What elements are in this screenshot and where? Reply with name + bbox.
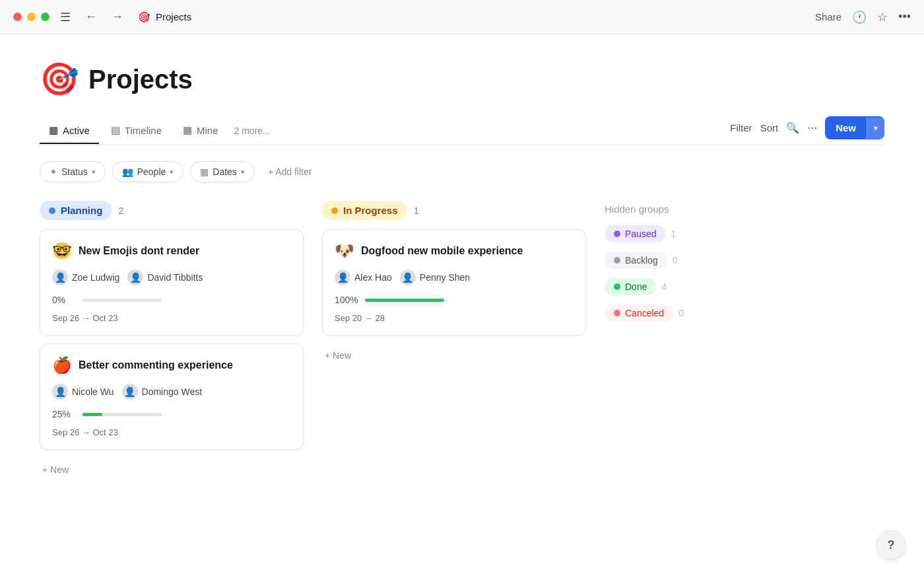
card-planning-2: 🍎 Better commenting experience 👤 Nicole … xyxy=(40,343,304,450)
backlog-label: Backlog xyxy=(625,255,658,266)
card3-title[interactable]: Dogfood new mobile experience xyxy=(361,245,523,257)
tabs-row: ▦ Active ▤ Timeline ▦ Mine 2 more... Fil… xyxy=(40,116,884,145)
dates-icon: ▦ xyxy=(200,166,209,177)
status-icon: ✦ xyxy=(50,166,57,177)
card1-progress-bar xyxy=(82,299,162,302)
people-chevron: ▾ xyxy=(170,168,174,176)
people-label: People xyxy=(137,166,166,177)
page-header: 🎯 Projects xyxy=(40,61,884,98)
history-icon[interactable]: 🕐 xyxy=(852,10,867,24)
people-icon: 👥 xyxy=(122,166,133,177)
tab-mine[interactable]: ▦ Mine xyxy=(174,118,228,144)
app-title-label: Projects xyxy=(156,11,191,22)
titlebar: ☰ ← → 🎯 Projects Share 🕐 ☆ ••• xyxy=(0,0,924,34)
card1-date-arrow: → xyxy=(82,313,93,323)
group-paused[interactable]: Paused 1 xyxy=(605,225,750,242)
card1-title[interactable]: New Emojis dont render xyxy=(79,245,199,257)
card3-progress-row: 100% xyxy=(335,295,574,305)
app-icon: 🎯 xyxy=(138,11,150,23)
card3-person1: 👤 Alex Hao xyxy=(335,270,392,285)
card3-date-end: 28 xyxy=(375,313,384,323)
inprogress-add-new[interactable]: + New xyxy=(322,343,354,367)
done-label: Done xyxy=(625,281,647,292)
planning-badge[interactable]: Planning xyxy=(40,201,112,220)
planning-add-new[interactable]: + New xyxy=(40,458,71,482)
status-chevron: ▾ xyxy=(92,168,96,176)
card3-emoji: 🐶 xyxy=(335,242,354,260)
tab-active[interactable]: ▦ Active xyxy=(40,118,99,144)
inprogress-dot xyxy=(331,207,338,214)
people-filter[interactable]: 👥 People ▾ xyxy=(112,161,184,182)
card1-dates: Sep 26 → Oct 23 xyxy=(52,313,291,323)
close-button[interactable] xyxy=(13,13,22,21)
backlog-dot xyxy=(614,257,620,264)
canceled-count: 0 xyxy=(678,308,684,318)
sort-button[interactable]: Sort xyxy=(760,122,779,133)
card1-title-row: 🤓 New Emojis dont render xyxy=(52,242,291,260)
card1-date-start: Sep 26 xyxy=(52,313,79,323)
card2-progress-row: 25% xyxy=(52,409,291,419)
fullscreen-button[interactable] xyxy=(41,13,50,21)
card3-progress-pct: 100% xyxy=(335,295,358,305)
card2-title-row: 🍎 Better commenting experience xyxy=(52,356,291,375)
dates-filter[interactable]: ▦ Dates ▾ xyxy=(190,161,255,182)
tabs-more-button[interactable]: 2 more... xyxy=(230,119,275,143)
card2-progress-bar xyxy=(82,413,162,416)
card2-date-start: Sep 26 xyxy=(52,427,79,437)
paused-count: 1 xyxy=(671,229,676,239)
add-filter-button[interactable]: + Add filter xyxy=(261,162,319,182)
dates-chevron: ▾ xyxy=(241,168,245,176)
group-canceled[interactable]: Canceled 0 xyxy=(605,305,750,322)
hamburger-menu[interactable]: ☰ xyxy=(60,10,71,24)
card2-emoji: 🍎 xyxy=(52,356,72,375)
card3-date-arrow: → xyxy=(364,313,376,323)
card2-title[interactable]: Better commenting experience xyxy=(79,359,233,371)
canceled-label: Canceled xyxy=(625,308,664,318)
column-planning-header: Planning 2 xyxy=(40,201,304,220)
new-button-dropdown[interactable]: ▾ xyxy=(867,118,884,139)
column-inprogress: In Progress 1 🐶 Dogfood new mobile exper… xyxy=(322,201,586,367)
help-button[interactable]: ? xyxy=(876,530,906,560)
card1-person2-name: David Tibbitts xyxy=(147,272,203,283)
backlog-badge: Backlog xyxy=(605,252,667,269)
new-button[interactable]: New xyxy=(825,116,867,139)
back-button[interactable]: ← xyxy=(81,9,101,25)
paused-label: Paused xyxy=(625,229,656,239)
backlog-count: 0 xyxy=(673,255,678,266)
card2-person2-name: Domingo West xyxy=(142,386,203,397)
planning-dot xyxy=(49,207,55,214)
tab-mine-label: Mine xyxy=(197,125,218,136)
card3-person2: 👤 Penny Shen xyxy=(400,270,470,285)
group-done[interactable]: Done 4 xyxy=(605,278,750,295)
filters-row: ✦ Status ▾ 👥 People ▾ ▦ Dates ▾ + Add fi… xyxy=(40,161,884,182)
group-backlog[interactable]: Backlog 0 xyxy=(605,252,750,269)
page-icon: 🎯 xyxy=(40,61,79,98)
status-filter[interactable]: ✦ Status ▾ xyxy=(40,161,106,182)
card2-date-arrow: → xyxy=(82,427,93,437)
status-label: Status xyxy=(61,166,88,177)
card2-date-end: Oct 23 xyxy=(92,427,117,437)
card3-avatar2: 👤 xyxy=(400,270,416,285)
planning-label: Planning xyxy=(61,205,102,216)
card1-progress-row: 0% xyxy=(52,295,291,305)
app-title: 🎯 Projects xyxy=(138,11,191,23)
share-button[interactable]: Share xyxy=(815,11,842,22)
minimize-button[interactable] xyxy=(27,13,36,21)
new-button-group: New ▾ xyxy=(825,116,884,139)
search-button[interactable]: 🔍 xyxy=(786,122,799,134)
star-icon[interactable]: ☆ xyxy=(877,10,888,24)
forward-button[interactable]: → xyxy=(108,9,127,25)
tab-timeline[interactable]: ▤ Timeline xyxy=(102,118,171,144)
page-title: Projects xyxy=(88,65,193,94)
inprogress-badge[interactable]: In Progress xyxy=(322,201,407,220)
tab-timeline-label: Timeline xyxy=(125,125,162,136)
tab-active-label: Active xyxy=(63,125,90,136)
more-options-button[interactable]: ··· xyxy=(807,121,817,135)
more-icon[interactable]: ••• xyxy=(898,10,911,24)
tab-mine-icon: ▦ xyxy=(183,124,192,136)
card1-date-end: Oct 23 xyxy=(92,313,117,323)
filter-button[interactable]: Filter xyxy=(730,122,752,133)
card3-person1-name: Alex Hao xyxy=(354,272,392,283)
card2-person1-name: Nicole Wu xyxy=(72,386,114,397)
card2-progress-fill xyxy=(82,413,102,416)
